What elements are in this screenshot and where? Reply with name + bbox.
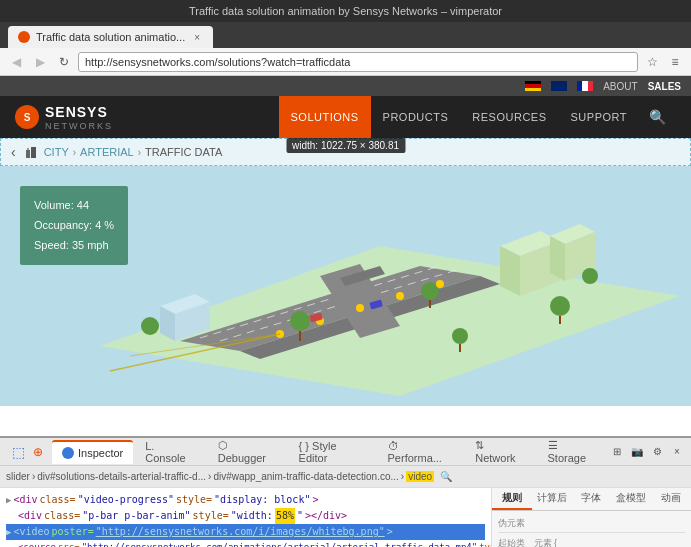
nav-icons: ☆ ≡ [642, 52, 685, 72]
attr-type-1: type= [479, 540, 491, 547]
website-content: ABOUT SALES S SENSYS NETWORKS SOLUTIONS … [0, 76, 691, 436]
devtools-breadcrumb-div2[interactable]: div#wapp_anim-traffic-data-detection.co.… [213, 471, 398, 482]
close-devtools-icon[interactable]: × [669, 444, 685, 460]
html-line-1: ▶ <div class= "video-progress" style= "d… [6, 492, 485, 508]
val-class-1: "video-progress" [78, 492, 174, 508]
address-bar[interactable]: http://sensysnetworks.com/solutions?watc… [78, 52, 638, 72]
devtools-tabs: ⬚ ⊕ Inspector L. Console ⬡ Debugger { } … [0, 438, 691, 466]
tab-inspector[interactable]: Inspector [52, 440, 133, 464]
flag-de[interactable] [525, 81, 541, 91]
breadcrumb-back-arrow[interactable]: ‹ [11, 144, 16, 160]
expand-video[interactable]: ▶ [6, 525, 11, 539]
html-line-2: <div class= "p-bar p-bar-anim" style= "w… [6, 508, 485, 524]
svg-rect-2 [27, 148, 29, 150]
dim-text: width: 1022.75 × 380.81 [292, 140, 399, 151]
right-tab-animation[interactable]: 动画 [651, 488, 691, 510]
filter-label: 伪元素 [498, 515, 685, 533]
svg-point-26 [550, 296, 570, 316]
browser-tab[interactable]: Traffic data solution animatio... × [8, 26, 213, 48]
bookmark-icon[interactable]: ☆ [642, 52, 662, 72]
tag-close-video: > [387, 524, 393, 540]
logo-text-area: SENSYS NETWORKS [45, 103, 113, 131]
nav-resources[interactable]: RESOURCES [460, 96, 558, 138]
expand-1[interactable]: ▶ [6, 493, 11, 507]
inspector-cursor-icon[interactable]: ⬚ [10, 444, 26, 460]
window-title: Traffic data solution animation by Sensy… [189, 5, 502, 17]
breadcrumb-arterial[interactable]: ARTERIAL [80, 146, 134, 158]
right-panel-content: 伪元素 起始类 元素 { #solutions-details-arterial… [492, 511, 691, 547]
right-tab-boxmodel[interactable]: 盒模型 [611, 488, 651, 510]
info-speed: Speed: 35 mph [34, 236, 114, 256]
html-inspector: ▶ <div class= "video-progress" style= "d… [0, 488, 491, 547]
tab-console[interactable]: L. Console [135, 440, 205, 464]
flag-gb[interactable] [551, 81, 567, 91]
breadcrumb-trafficdata[interactable]: TRAFFIC DATA [145, 146, 222, 158]
val-src-1[interactable]: "http://sensysnetworks.com/animations/ar… [82, 540, 478, 547]
title-bar: Traffic data solution animation by Sensy… [0, 0, 691, 22]
devtools-breadcrumb-div1[interactable]: div#solutions-details-arterial-traffic-d… [37, 471, 206, 482]
menu-icon[interactable]: ≡ [665, 52, 685, 72]
sales-link[interactable]: SALES [648, 81, 681, 92]
tab-storage[interactable]: ☰ Storage [538, 440, 608, 464]
devtools-breadcrumb-slider[interactable]: slider [6, 471, 30, 482]
tab-inspector-label: Inspector [78, 447, 123, 459]
info-occupancy: Occupancy: 4 % [34, 216, 114, 236]
html-line-video[interactable]: ▶ <video poster= "http://sensysnetworks.… [6, 524, 485, 540]
svg-rect-0 [26, 150, 30, 158]
logo-sub-text: NETWORKS [45, 121, 113, 131]
tag-div-pbar: <div [18, 508, 42, 524]
right-tab-computed[interactable]: 计算后 [532, 488, 572, 510]
devtools-sidebar: ⬚ ⊕ [6, 444, 50, 460]
forward-button[interactable]: ▶ [30, 52, 50, 72]
right-tab-rules[interactable]: 规则 [492, 488, 532, 510]
tab-network-label: ⇅ Network [475, 439, 525, 464]
tab-storage-label: ☰ Storage [548, 439, 598, 464]
right-tab-fonts[interactable]: 字体 [572, 488, 612, 510]
tab-network[interactable]: ⇅ Network [465, 440, 535, 464]
settings-icon[interactable]: ⚙ [649, 444, 665, 460]
site-top-bar: ABOUT SALES [0, 76, 691, 96]
address-text: http://sensysnetworks.com/solutions?watc… [85, 56, 350, 68]
tag-div-video-progress: <div [13, 492, 37, 508]
logo-main-text: SENSYS [45, 104, 108, 120]
devtools-breadcrumb-video[interactable]: video [406, 471, 434, 482]
breadcrumb-sep2: › [208, 471, 211, 482]
flag-fr[interactable] [577, 81, 593, 91]
right-panel-tabs: 规则 计算后 字体 盒模型 动画 [492, 488, 691, 511]
attr-class-2: class= [44, 508, 80, 524]
breadcrumb-search-icon[interactable]: 🔍 [440, 471, 452, 482]
tab-debugger[interactable]: ⬡ Debugger [208, 440, 287, 464]
nav-solutions[interactable]: SOLUTIONS [279, 96, 371, 138]
tab-performance[interactable]: ⏱ Performa... [378, 440, 464, 464]
svg-point-34 [436, 280, 444, 288]
tab-close-button[interactable]: × [191, 31, 203, 43]
val-poster[interactable]: "http://sensysnetworks.com/i/images/whit… [96, 524, 385, 540]
reload-button[interactable]: ↻ [54, 52, 74, 72]
about-link[interactable]: ABOUT [603, 81, 637, 92]
html-content: ▶ <div class= "video-progress" style= "d… [0, 488, 491, 547]
site-nav: S SENSYS NETWORKS SOLUTIONS PRODUCTS RES… [0, 96, 691, 138]
tab-debugger-label: ⬡ Debugger [218, 439, 277, 464]
back-button[interactable]: ◀ [6, 52, 26, 72]
tab-favicon [18, 31, 30, 43]
main-content: Volume: 44 Occupancy: 4 % Speed: 35 mph [0, 166, 691, 406]
svg-point-32 [356, 304, 364, 312]
breadcrumb-sep2: › [138, 147, 141, 158]
screenshot-icon[interactable]: 📷 [629, 444, 645, 460]
breadcrumb-city[interactable]: CITY [44, 146, 69, 158]
search-icon[interactable]: 🔍 [639, 109, 676, 125]
devtools-toolbar: ⊞ 📷 ⚙ × [609, 444, 685, 460]
info-volume: Volume: 44 [34, 196, 114, 216]
city-icon [24, 144, 40, 160]
tag-video: <video [13, 524, 49, 540]
nav-support[interactable]: SUPPORT [559, 96, 639, 138]
breadcrumb-sep: › [32, 471, 35, 482]
inspector-picker-icon[interactable]: ⊕ [30, 444, 46, 460]
nav-products[interactable]: PRODUCTS [371, 96, 461, 138]
dock-icon[interactable]: ⊞ [609, 444, 625, 460]
nav-bar: ◀ ▶ ↻ http://sensysnetworks.com/solution… [0, 48, 691, 76]
tab-style-editor[interactable]: { } Style Editor [289, 440, 376, 464]
val-style-2: "width: [231, 508, 273, 524]
devtools-panel: ⬚ ⊕ Inspector L. Console ⬡ Debugger { } … [0, 436, 691, 547]
inspector-icon [62, 447, 74, 459]
